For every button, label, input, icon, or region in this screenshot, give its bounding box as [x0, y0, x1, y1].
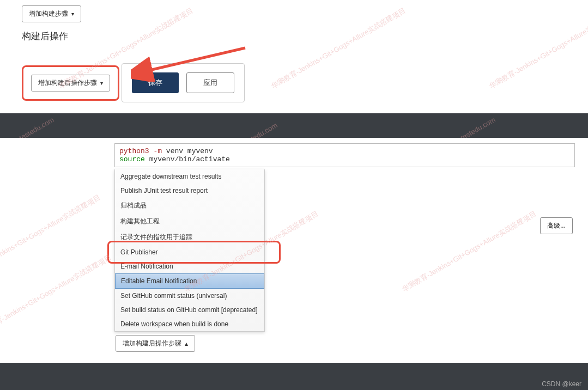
add-post-build-step-label: 增加构建后操作步骤	[123, 339, 181, 348]
menu-item-aggregate[interactable]: Aggregate downstream test results	[115, 169, 264, 184]
menu-item-fingerprint[interactable]: 记录文件的指纹用于追踪	[115, 229, 264, 245]
csdn-watermark: CSDN @keer	[542, 380, 581, 388]
menu-item-email-notification[interactable]: E-mail Notification	[115, 259, 264, 273]
caret-down-icon: ▾	[71, 11, 74, 17]
menu-item-git-publisher[interactable]: Git Publisher	[115, 245, 264, 259]
watermark: 华测教育-Jenkins+Git+Gogs+Allure实战搭建项目	[487, 6, 588, 92]
code-token: source	[119, 155, 145, 163]
shell-command-textarea[interactable]: python3 -m venv myvenv source myvenv/bin…	[114, 143, 575, 167]
highlight-box-top: 增加构建后操作步骤 ▾	[22, 65, 119, 101]
advanced-button[interactable]: 高级...	[540, 217, 573, 234]
post-build-section-title: 构建后操作	[22, 30, 566, 42]
menu-item-archive[interactable]: 归档成品	[115, 198, 264, 214]
menu-item-github-status[interactable]: Set GitHub commit status (universal)	[115, 289, 264, 303]
watermark: 华测教育-Jenkins+Git+Gogs+Allure实战搭建项目	[400, 209, 538, 295]
watermark: 华测教育-Jenkins+Git+Gogs+Allure实战搭建项目	[269, 6, 407, 92]
menu-item-editable-email[interactable]: Editable Email Notification	[115, 273, 264, 289]
bottom-panel: python3 -m venv myvenv source myvenv/bin…	[0, 138, 588, 363]
post-build-actions-menu: Aggregate downstream test results Publis…	[114, 169, 265, 332]
caret-down-icon: ▾	[100, 80, 103, 86]
watermark: 华测教育-Jenkins+Git+Gogs+Allure实战搭建项目	[0, 193, 102, 278]
code-token: myvenv/bin/activate	[149, 155, 230, 163]
menu-item-junit[interactable]: Publish JUnit test result report	[115, 184, 264, 198]
save-button[interactable]: 保存	[132, 72, 179, 93]
add-post-build-step-dropdown-open[interactable]: 增加构建后操作步骤 ▴	[116, 335, 195, 352]
add-build-step-dropdown[interactable]: 增加构建步骤 ▾	[22, 5, 81, 22]
menu-item-delete-workspace[interactable]: Delete workspace when build is done	[115, 317, 264, 331]
code-token: python3	[119, 147, 149, 155]
add-post-build-step-dropdown[interactable]: 增加构建后操作步骤 ▾	[31, 75, 110, 92]
add-post-build-step-label: 增加构建后操作步骤	[38, 78, 97, 88]
code-token: venv myvenv	[166, 147, 213, 155]
menu-item-build-other[interactable]: 构建其他工程	[115, 214, 264, 229]
section-divider	[0, 113, 588, 138]
add-build-step-label: 增加构建步骤	[29, 9, 68, 19]
menu-item-github-deprecated[interactable]: Set build status on GitHub commit [depre…	[115, 303, 264, 317]
top-panel: 增加构建步骤 ▾ 构建后操作 增加构建后操作步骤 ▾ 保存 应用 华测教育-Je…	[0, 0, 588, 113]
code-token: -m	[153, 147, 162, 155]
caret-up-icon: ▴	[185, 340, 188, 348]
watermark: 华测教育-Jenkins+Git+Gogs+Allure实战搭建项目	[0, 253, 113, 338]
apply-button[interactable]: 应用	[186, 72, 234, 93]
action-buttons-row: 保存 应用	[122, 63, 245, 102]
